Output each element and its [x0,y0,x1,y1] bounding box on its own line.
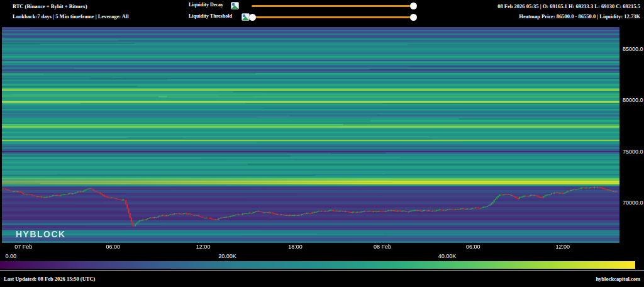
image-icon-hill [242,16,249,20]
time-axis-label: 08 Feb [374,244,391,250]
price-axis-label: 85000.0 [623,46,643,52]
symbol-info: BTC (Binance + Bybit + Bitmex) Lookback:… [13,1,129,21]
chart-area[interactable] [2,27,619,243]
time-axis-label: 07 Feb [14,244,32,250]
liquidity-heatmap-canvas[interactable] [2,27,619,243]
liquidity-decay-label: Liquidity Decay [189,2,223,8]
liquidity-threshold-label: Liquidity Threshold [189,13,232,19]
time-axis-label: 18:00 [288,244,303,250]
last-updated-text: Last Updated: 08 Feb 2026 15:50 (UTC) [4,276,95,282]
liquidity-threshold-slider[interactable] [252,16,414,18]
liquidity-decay-slider[interactable] [252,5,414,7]
time-axis-label: 12:00 [196,244,211,250]
price-axis-label: 70000.0 [623,200,643,206]
chart-subtitle: Lookback:7 days | 5 Min timeframe | Leve… [13,11,129,21]
heatmap-readout: Heatmap Price: 86500.0 - 86550.0 | Liqui… [497,11,640,21]
liquidity-threshold-handle-max[interactable] [410,14,417,21]
liquidity-threshold-handle-min[interactable] [249,14,256,21]
hyblock-watermark-logo: HYBLOCK [16,229,66,239]
chart-title: BTC (Binance + Bybit + Bitmex) [13,1,129,11]
price-axis-label: 80000.0 [623,97,643,103]
image-icon [231,2,239,9]
time-axis-label: 06:00 [466,244,480,250]
time-axis-label: 06:00 [106,244,120,250]
colorbar-tick-label: 20.00K [218,253,236,259]
status-bar: Last Updated: 08 Feb 2026 15:50 (UTC) hy… [0,270,644,287]
colorbar-tick-label: 0.00 [5,253,16,259]
readout-block: 08 Feb 2026 05:35 | O: 69165.1 H: 69233.… [497,1,640,21]
colorbar-tick-label: 40.00K [438,253,457,259]
ohlc-readout: 08 Feb 2026 05:35 | O: 69165.1 H: 69233.… [497,1,640,11]
liquidity-colorbar [0,261,635,269]
time-axis-label: 12:00 [555,244,570,250]
image-icon-hill [231,5,238,9]
site-link-text: hyblockcapital.com [596,276,640,282]
liquidity-decay-handle[interactable] [410,3,417,9]
price-axis-label: 75000.0 [623,149,643,155]
